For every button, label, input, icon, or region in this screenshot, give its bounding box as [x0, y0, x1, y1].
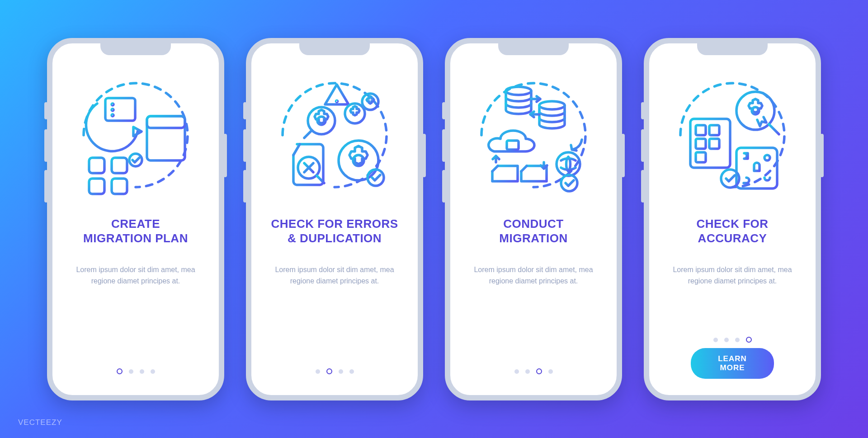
svg-rect-38: [507, 141, 519, 150]
page-dots[interactable]: [450, 369, 617, 374]
svg-point-37: [539, 101, 565, 109]
svg-point-6: [112, 114, 113, 116]
page-dot-1[interactable]: [514, 369, 519, 374]
svg-rect-50: [709, 139, 719, 149]
page-dot-3[interactable]: [339, 369, 343, 374]
phone-notch: [498, 42, 569, 55]
phone-side-button: [641, 102, 645, 119]
conduct-icon: [466, 70, 601, 201]
page-dots[interactable]: [649, 338, 816, 343]
accuracy-icon: [665, 70, 800, 201]
phone-side-button: [442, 102, 446, 119]
page-dot-4[interactable]: [349, 369, 354, 374]
phone-side-button: [820, 134, 824, 177]
phone-side-button: [223, 134, 227, 177]
page-dot-4[interactable]: [548, 369, 553, 374]
screen-title: CHECK FOR ERRORS & DUPLICATION: [255, 209, 413, 254]
phone-side-button: [641, 129, 645, 162]
onboarding-screen-1: PLAN 1 2 CREATE MIGRATION PLAN Lorem ips…: [47, 38, 224, 400]
svg-rect-48: [709, 125, 719, 135]
onboarding-screen-2: CHECK FOR ERRORS & DUPLICATION Lorem ips…: [246, 38, 423, 400]
watermark: VECTEEZY: [18, 418, 62, 427]
screen-title: CREATE MIGRATION PLAN: [68, 209, 203, 254]
page-dot-2[interactable]: [724, 338, 729, 342]
screen-body: Lorem ipsum dolor sit dim amet, mea regi…: [649, 264, 816, 287]
phone-side-button: [442, 170, 446, 203]
page-dot-4[interactable]: [746, 337, 752, 343]
svg-rect-16: [89, 179, 104, 194]
page-dot-1[interactable]: [713, 338, 718, 342]
svg-text:1: 1: [154, 132, 159, 142]
svg-point-4: [112, 104, 113, 105]
phone-side-button: [44, 102, 48, 119]
phone-notch: [100, 42, 171, 55]
page-dots[interactable]: [52, 369, 219, 374]
screen-body: Lorem ipsum dolor sit dim amet, mea regi…: [450, 264, 617, 287]
plan-icon: PLAN 1 2: [68, 70, 203, 201]
svg-rect-49: [696, 139, 706, 149]
svg-point-23: [336, 100, 337, 102]
phone-notch: [299, 42, 370, 55]
page-dot-2[interactable]: [129, 369, 133, 374]
phone-notch: [697, 42, 768, 55]
onboarding-screen-3: CONDUCT MIGRATION Lorem ipsum dolor sit …: [445, 38, 622, 400]
page-dot-3[interactable]: [140, 369, 144, 374]
phone-side-button: [243, 129, 247, 162]
screen-title: CONDUCT MIGRATION: [484, 209, 583, 254]
phone-side-button: [243, 170, 247, 203]
onboarding-screen-4: CHECK FOR ACCURACY Lorem ipsum dolor sit…: [644, 38, 821, 400]
screen-body: Lorem ipsum dolor sit dim amet, mea regi…: [52, 264, 219, 287]
svg-line-44: [769, 124, 779, 134]
svg-rect-47: [696, 125, 706, 135]
phone-side-button: [44, 129, 48, 162]
svg-point-42: [561, 175, 577, 191]
screen-body: Lorem ipsum dolor sit dim amet, mea regi…: [251, 264, 418, 287]
page-dots[interactable]: [251, 369, 418, 374]
svg-point-45: [752, 107, 759, 114]
errors-icon: [267, 70, 402, 201]
page-dot-2[interactable]: [326, 368, 332, 374]
svg-point-5: [112, 109, 113, 111]
phone-side-button: [44, 170, 48, 203]
phone-side-button: [243, 102, 247, 119]
svg-point-55: [764, 155, 770, 160]
page-dot-4[interactable]: [151, 369, 155, 374]
svg-line-26: [304, 130, 312, 138]
phone-side-button: [621, 134, 625, 177]
page-dot-1[interactable]: [117, 368, 123, 374]
svg-rect-14: [89, 158, 104, 173]
svg-rect-17: [112, 179, 127, 194]
svg-point-25: [317, 117, 326, 125]
onboarding-row: PLAN 1 2 CREATE MIGRATION PLAN Lorem ips…: [47, 38, 821, 400]
screen-title: CHECK FOR ACCURACY: [681, 209, 783, 254]
svg-rect-51: [696, 152, 706, 162]
phone-side-button: [641, 170, 645, 203]
svg-rect-8: [147, 116, 185, 128]
page-dot-1[interactable]: [316, 369, 320, 374]
page-dot-3[interactable]: [735, 338, 740, 342]
svg-text:PLAN: PLAN: [156, 118, 176, 127]
svg-point-36: [506, 87, 531, 95]
svg-rect-15: [112, 158, 127, 173]
page-dot-2[interactable]: [525, 369, 530, 374]
learn-more-button[interactable]: LEARN MORE: [691, 348, 774, 379]
svg-text:2: 2: [154, 146, 159, 156]
phone-side-button: [442, 129, 446, 162]
phone-side-button: [422, 134, 426, 177]
page-dot-3[interactable]: [536, 368, 542, 374]
